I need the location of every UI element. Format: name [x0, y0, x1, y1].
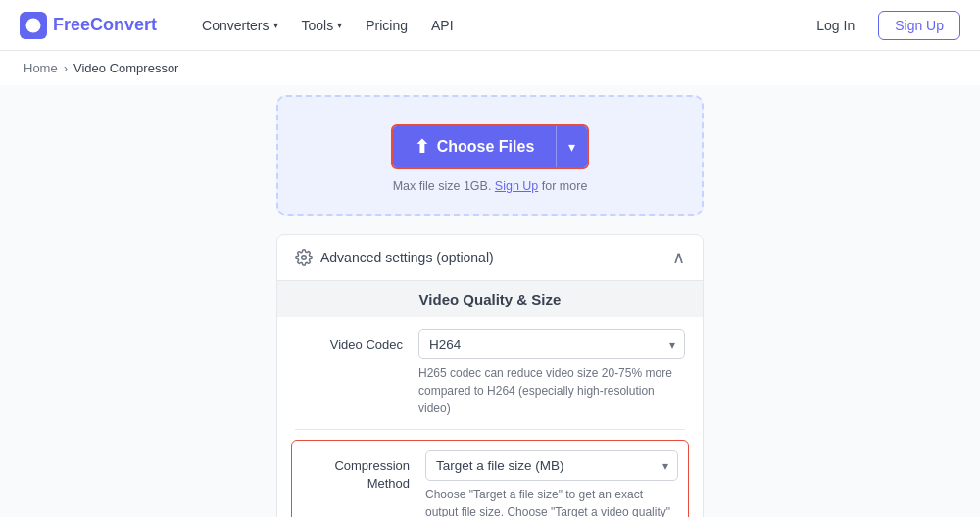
compression-select-wrap: Target a file size (MB) ▾ — [425, 450, 678, 481]
compression-select[interactable]: Target a file size (MB) — [425, 450, 678, 481]
gear-icon — [295, 249, 313, 266]
compression-method-row: Compression Method Target a file size (M… — [302, 450, 678, 517]
breadcrumb-home[interactable]: Home — [24, 61, 58, 75]
main-content: ⬆ Choose Files ▾ Max file size 1GB. Sign… — [0, 85, 980, 517]
video-quality-header: Video Quality & Size — [277, 281, 703, 317]
choose-files-button[interactable]: ⬆ Choose Files — [393, 126, 557, 167]
logo-icon — [20, 12, 47, 39]
nav-pricing[interactable]: Pricing — [356, 12, 417, 39]
advanced-settings-section: Advanced settings (optional) ∧ Video Qua… — [276, 234, 704, 517]
nav-converters[interactable]: Converters ▾ — [192, 12, 287, 39]
signup-link[interactable]: Sign Up — [495, 179, 538, 193]
upload-icon: ⬆ — [415, 136, 429, 158]
nav-links: Converters ▾ Tools ▾ Pricing API — [192, 12, 464, 39]
divider-1 — [295, 429, 685, 430]
breadcrumb-current: Video Compressor — [74, 61, 178, 75]
advanced-settings-header[interactable]: Advanced settings (optional) ∧ — [277, 235, 703, 281]
nav-tools[interactable]: Tools ▾ — [292, 12, 353, 39]
tools-chevron-icon: ▾ — [337, 20, 342, 30]
advanced-chevron-up-icon: ∧ — [672, 247, 685, 268]
signup-button[interactable]: Sign Up — [878, 11, 960, 40]
video-codec-label: Video Codec — [295, 329, 403, 353]
breadcrumb-separator: › — [64, 61, 68, 75]
svg-point-1 — [302, 256, 307, 260]
navbar: FreeConvert Converters ▾ Tools ▾ Pricing… — [0, 0, 980, 51]
compression-method-label: Compression Method — [302, 450, 410, 493]
dropdown-chevron-icon: ▾ — [568, 139, 575, 155]
breadcrumb: Home › Video Compressor — [0, 51, 980, 85]
login-button[interactable]: Log In — [803, 12, 868, 39]
choose-files-group: ⬆ Choose Files ▾ — [391, 124, 590, 169]
logo[interactable]: FreeConvert — [20, 12, 157, 39]
compression-hint: Choose "Target a file size" to get an ex… — [425, 486, 678, 517]
choose-files-dropdown-button[interactable]: ▾ — [556, 126, 587, 167]
advanced-header-left: Advanced settings (optional) — [295, 249, 494, 266]
svg-point-0 — [26, 18, 41, 32]
upload-area: ⬆ Choose Files ▾ Max file size 1GB. Sign… — [276, 95, 704, 216]
logo-text: FreeConvert — [53, 15, 157, 35]
nav-api[interactable]: API — [421, 12, 464, 39]
video-codec-row: Video Codec H264 ▾ H265 codec can reduce… — [277, 317, 703, 429]
video-codec-hint: H265 codec can reduce video size 20-75% … — [418, 364, 685, 417]
upload-note: Max file size 1GB. Sign Up for more — [393, 179, 588, 193]
compression-method-content: Target a file size (MB) ▾ Choose "Target… — [425, 450, 678, 517]
converters-chevron-icon: ▾ — [273, 20, 278, 30]
video-codec-select[interactable]: H264 — [418, 329, 685, 359]
nav-right: Log In Sign Up — [803, 11, 960, 40]
video-codec-content: H264 ▾ H265 codec can reduce video size … — [418, 329, 685, 417]
video-codec-select-wrap: H264 ▾ — [418, 329, 685, 359]
